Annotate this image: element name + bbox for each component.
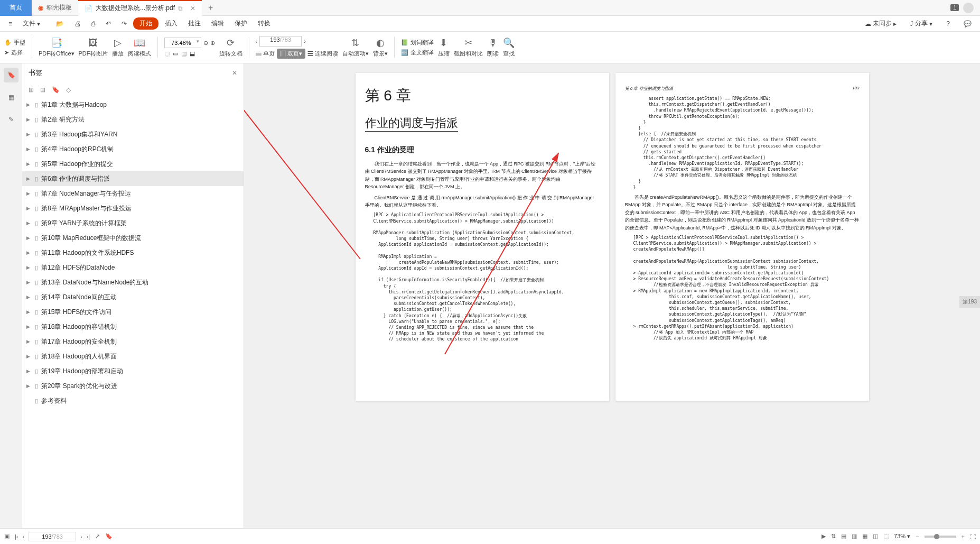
tab-close-icon[interactable]: ✕ [190,5,195,12]
fit-width-icon[interactable]: ⬚ [164,50,170,57]
view-single[interactable]: ▤ 单页 [256,50,275,58]
tool-hand[interactable]: ✋ 手型 [4,39,25,47]
bookmark-item[interactable]: ▯参考资料 [22,393,244,408]
document-viewport[interactable]: 第 6 章 作业的调度与指派 6.1 作业的受理 我们在上一章的结尾处看到，当一… [244,63,980,528]
bookmark-item[interactable]: ▶▯第18章 Hadoop的人机界面 [22,349,244,364]
view-continuous[interactable]: ☰ 连续阅读 [307,50,338,58]
tool-play[interactable]: ▷播放 [112,37,124,58]
sb-panel-icon[interactable]: ▣ [4,533,10,540]
bookmark-item[interactable]: ▶▯第7章 NodeManager与任务投运 [22,186,244,201]
tool-word-translate[interactable]: 📗 划词翻译 [401,39,434,47]
sb-view2-icon[interactable]: ▥ [852,533,857,540]
menu-file[interactable]: 文件 ▾ [18,17,44,30]
sb-autoscroll-icon[interactable]: ⇅ [831,533,836,540]
open-icon[interactable]: 📂 [52,18,68,30]
tool-select[interactable]: ➤ 选择 [4,49,25,57]
fit-height-icon[interactable]: ⬓ [190,50,195,57]
tool-autoscroll[interactable]: ⇅自动滚动▾ [342,37,369,58]
bookmark-nav-icon[interactable]: ◇ [66,86,71,94]
bookmark-item[interactable]: ▶▯第6章 作业的调度与指派 [22,171,244,186]
bookmark-item[interactable]: ▶▯第14章 DataNode间的互动 [22,290,244,305]
bookmark-item[interactable]: ▶▯第17章 Hadoop的安全机制 [22,334,244,349]
tool-readaloud[interactable]: 🎙朗读 [487,38,499,58]
print-icon[interactable]: 🖨 [70,18,85,30]
sb-prev-page-icon[interactable]: ‹ [23,533,25,540]
save-icon[interactable]: ⎙ [87,18,99,30]
bookmark-item[interactable]: ▶▯第16章 Hadoop的容错机制 [22,319,244,334]
bookmark-item[interactable]: ▶▯第20章 Spark的优化与改进 [22,379,244,393]
bookmark-item[interactable]: ▶▯第1章 大数据与Hadoop [22,97,244,112]
sidebar-close-icon[interactable]: ✕ [232,69,237,77]
bookmark-item[interactable]: ▶▯第3章 Hadoop集群和YARN [22,127,244,142]
tab-doke-templates[interactable]: ◉ 稻壳模板 [32,0,78,16]
undo-icon[interactable]: ↶ [101,18,115,30]
menu-convert[interactable]: 转换 [254,17,275,30]
tool-pdf2img[interactable]: 🖼PDF转图片 [79,38,108,58]
sb-fit-icon[interactable]: ⬚ [883,533,889,540]
sb-bookmark-icon[interactable]: 🔖 [105,533,113,540]
rail-comments-icon[interactable]: ✎ [4,112,18,127]
bookmark-expand-icon[interactable]: ⊞ [29,86,34,94]
sync-status[interactable]: ☁ 未同步 ▸ [861,17,901,30]
sb-page-box[interactable]: 193/783 [29,532,76,541]
sb-next-page-icon[interactable]: › [80,533,82,540]
bookmark-item[interactable]: ▶▯第13章 DataNode与NameNode的互动 [22,275,244,290]
fit-page-icon[interactable]: ▭ [173,50,178,57]
tool-compress[interactable]: ⬇压缩 [438,37,450,58]
sb-play-icon[interactable]: ▶ [822,533,826,540]
sb-zoom-slider[interactable] [925,536,956,538]
menu-protect[interactable]: 保护 [230,17,251,30]
tool-find[interactable]: 🔍查找 [503,37,515,58]
view-double[interactable]: ▥ 双页▾ [277,49,305,59]
fit-actual-icon[interactable]: ◫ [181,50,186,57]
sb-view4-icon[interactable]: ◫ [873,533,878,540]
bookmark-item[interactable]: ▶▯第2章 研究方法 [22,112,244,127]
redo-icon[interactable]: ↷ [117,18,131,30]
bookmark-item[interactable]: ▶▯第8章 MRAppMaster与作业投运 [22,201,244,216]
sb-view1-icon[interactable]: ▤ [841,533,846,540]
menu-annotate[interactable]: 批注 [184,17,205,30]
page-next-icon[interactable]: › [304,38,306,44]
tool-background[interactable]: ◐背景▾ [373,37,388,58]
bookmark-item[interactable]: ▶▯第9章 YARN子系统的计算框架 [22,216,244,230]
bookmark-item[interactable]: ▶▯第11章 Hadoop的文件系统HDFS [22,245,244,260]
tool-screenshot[interactable]: ✂截图和对比 [454,37,483,58]
tool-pdf2office[interactable]: 📑PDF转Office▾ [39,37,74,58]
bookmark-add-icon[interactable]: 🔖 [52,86,60,94]
sb-zoom-out-icon[interactable]: − [916,533,919,540]
tab-active-pdf[interactable]: 📄 大数据处理系统...景分析.pdf ⧉ ✕ [78,0,202,16]
tool-full-translate[interactable]: 🔤 全文翻译 [401,49,434,57]
tool-readmode[interactable]: 📖阅读模式 [128,37,151,58]
bookmark-item[interactable]: ▶▯第4章 Hadoop的RPC机制 [22,142,244,156]
help-icon[interactable]: ? [942,18,954,30]
bookmark-item[interactable]: ▶▯第15章 HDFS的文件访问 [22,305,244,319]
rail-bookmarks-icon[interactable]: 🔖 [4,68,18,82]
sb-first-page-icon[interactable]: |‹ [15,533,18,540]
zoom-out-icon[interactable]: ⊖ [203,40,208,47]
sb-jump-icon[interactable]: ↗ [95,533,100,540]
sb-zoom-in-icon[interactable]: + [962,533,965,540]
sb-last-page-icon[interactable]: ›| [87,533,90,540]
hamburger-icon[interactable]: ≡ [4,18,16,30]
bookmark-collapse-icon[interactable]: ⊟ [40,86,45,94]
page-prev-icon[interactable]: ‹ [256,38,258,44]
menu-insert[interactable]: 插入 [161,17,182,30]
tool-rotate[interactable]: ⟳旋转文档 [219,37,242,58]
sb-zoom-value[interactable]: 73% ▾ [894,533,910,540]
bookmark-item[interactable]: ▶▯第10章 MapReduce框架中的数据流 [22,230,244,245]
page-input[interactable]: 193/783 [259,36,302,47]
share-button[interactable]: ⤴ 分享 ▾ [906,17,937,30]
notification-badge[interactable]: 1 [950,4,959,11]
avatar[interactable] [963,3,974,13]
bookmark-item[interactable]: ▶▯第5章 Hadoop作业的提交 [22,156,244,171]
tab-home[interactable]: 首页 [0,0,32,16]
tab-add-button[interactable]: + [202,3,219,13]
tab-detach-icon[interactable]: ⧉ [178,5,183,12]
rail-thumbnails-icon[interactable]: ▦ [4,90,18,105]
zoom-input[interactable] [164,38,201,48]
sb-fullscreen-icon[interactable]: ⛶ [970,533,976,540]
bookmark-item[interactable]: ▶▯第12章 HDFS的DataNode [22,260,244,275]
menu-edit[interactable]: 编辑 [207,17,228,30]
menu-start[interactable]: 开始 [133,17,158,30]
sb-view3-icon[interactable]: ▦ [862,533,867,540]
